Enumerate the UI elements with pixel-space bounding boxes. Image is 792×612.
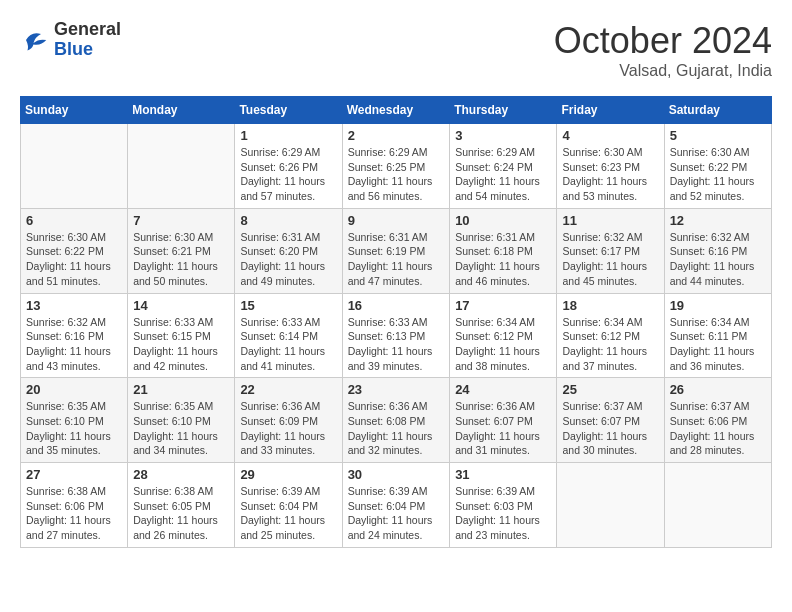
- day-info: Sunrise: 6:38 AM Sunset: 6:06 PM Dayligh…: [26, 484, 122, 543]
- week-row-3: 13Sunrise: 6:32 AM Sunset: 6:16 PM Dayli…: [21, 293, 772, 378]
- calendar-cell: 8Sunrise: 6:31 AM Sunset: 6:20 PM Daylig…: [235, 208, 342, 293]
- header-row: SundayMondayTuesdayWednesdayThursdayFrid…: [21, 97, 772, 124]
- calendar-cell: 30Sunrise: 6:39 AM Sunset: 6:04 PM Dayli…: [342, 463, 450, 548]
- calendar-cell: 3Sunrise: 6:29 AM Sunset: 6:24 PM Daylig…: [450, 124, 557, 209]
- day-info: Sunrise: 6:29 AM Sunset: 6:24 PM Dayligh…: [455, 145, 551, 204]
- day-number: 25: [562, 382, 658, 397]
- calendar-cell: 6Sunrise: 6:30 AM Sunset: 6:22 PM Daylig…: [21, 208, 128, 293]
- day-number: 24: [455, 382, 551, 397]
- week-row-2: 6Sunrise: 6:30 AM Sunset: 6:22 PM Daylig…: [21, 208, 772, 293]
- title-block: October 2024 Valsad, Gujarat, India: [554, 20, 772, 80]
- day-info: Sunrise: 6:29 AM Sunset: 6:26 PM Dayligh…: [240, 145, 336, 204]
- day-info: Sunrise: 6:29 AM Sunset: 6:25 PM Dayligh…: [348, 145, 445, 204]
- calendar-cell: 9Sunrise: 6:31 AM Sunset: 6:19 PM Daylig…: [342, 208, 450, 293]
- day-info: Sunrise: 6:37 AM Sunset: 6:07 PM Dayligh…: [562, 399, 658, 458]
- day-number: 23: [348, 382, 445, 397]
- day-number: 20: [26, 382, 122, 397]
- month-title: October 2024: [554, 20, 772, 62]
- day-number: 31: [455, 467, 551, 482]
- day-header-friday: Friday: [557, 97, 664, 124]
- day-number: 11: [562, 213, 658, 228]
- calendar-cell: 15Sunrise: 6:33 AM Sunset: 6:14 PM Dayli…: [235, 293, 342, 378]
- day-number: 7: [133, 213, 229, 228]
- day-header-tuesday: Tuesday: [235, 97, 342, 124]
- day-number: 21: [133, 382, 229, 397]
- calendar-cell: [21, 124, 128, 209]
- day-info: Sunrise: 6:39 AM Sunset: 6:03 PM Dayligh…: [455, 484, 551, 543]
- calendar-cell: 17Sunrise: 6:34 AM Sunset: 6:12 PM Dayli…: [450, 293, 557, 378]
- calendar-cell: 28Sunrise: 6:38 AM Sunset: 6:05 PM Dayli…: [128, 463, 235, 548]
- location: Valsad, Gujarat, India: [554, 62, 772, 80]
- calendar-cell: 21Sunrise: 6:35 AM Sunset: 6:10 PM Dayli…: [128, 378, 235, 463]
- logo-text: General Blue: [54, 20, 121, 60]
- day-header-monday: Monday: [128, 97, 235, 124]
- day-number: 19: [670, 298, 766, 313]
- calendar-table: SundayMondayTuesdayWednesdayThursdayFrid…: [20, 96, 772, 548]
- day-number: 26: [670, 382, 766, 397]
- calendar-cell: 5Sunrise: 6:30 AM Sunset: 6:22 PM Daylig…: [664, 124, 771, 209]
- page-header: General Blue October 2024 Valsad, Gujara…: [20, 20, 772, 80]
- day-info: Sunrise: 6:37 AM Sunset: 6:06 PM Dayligh…: [670, 399, 766, 458]
- calendar-cell: 14Sunrise: 6:33 AM Sunset: 6:15 PM Dayli…: [128, 293, 235, 378]
- day-info: Sunrise: 6:31 AM Sunset: 6:18 PM Dayligh…: [455, 230, 551, 289]
- calendar-cell: 2Sunrise: 6:29 AM Sunset: 6:25 PM Daylig…: [342, 124, 450, 209]
- week-row-1: 1Sunrise: 6:29 AM Sunset: 6:26 PM Daylig…: [21, 124, 772, 209]
- week-row-4: 20Sunrise: 6:35 AM Sunset: 6:10 PM Dayli…: [21, 378, 772, 463]
- day-number: 14: [133, 298, 229, 313]
- logo-bird-icon: [20, 25, 50, 55]
- logo: General Blue: [20, 20, 121, 60]
- calendar-cell: 7Sunrise: 6:30 AM Sunset: 6:21 PM Daylig…: [128, 208, 235, 293]
- day-info: Sunrise: 6:39 AM Sunset: 6:04 PM Dayligh…: [240, 484, 336, 543]
- day-number: 28: [133, 467, 229, 482]
- day-number: 10: [455, 213, 551, 228]
- day-header-sunday: Sunday: [21, 97, 128, 124]
- calendar-cell: 10Sunrise: 6:31 AM Sunset: 6:18 PM Dayli…: [450, 208, 557, 293]
- day-number: 5: [670, 128, 766, 143]
- calendar-cell: 31Sunrise: 6:39 AM Sunset: 6:03 PM Dayli…: [450, 463, 557, 548]
- day-number: 22: [240, 382, 336, 397]
- calendar-cell: 19Sunrise: 6:34 AM Sunset: 6:11 PM Dayli…: [664, 293, 771, 378]
- day-info: Sunrise: 6:30 AM Sunset: 6:22 PM Dayligh…: [670, 145, 766, 204]
- day-header-saturday: Saturday: [664, 97, 771, 124]
- day-info: Sunrise: 6:34 AM Sunset: 6:11 PM Dayligh…: [670, 315, 766, 374]
- day-info: Sunrise: 6:33 AM Sunset: 6:13 PM Dayligh…: [348, 315, 445, 374]
- day-number: 17: [455, 298, 551, 313]
- day-number: 6: [26, 213, 122, 228]
- day-number: 2: [348, 128, 445, 143]
- calendar-cell: [557, 463, 664, 548]
- week-row-5: 27Sunrise: 6:38 AM Sunset: 6:06 PM Dayli…: [21, 463, 772, 548]
- calendar-cell: 23Sunrise: 6:36 AM Sunset: 6:08 PM Dayli…: [342, 378, 450, 463]
- calendar-cell: 4Sunrise: 6:30 AM Sunset: 6:23 PM Daylig…: [557, 124, 664, 209]
- day-info: Sunrise: 6:35 AM Sunset: 6:10 PM Dayligh…: [133, 399, 229, 458]
- day-number: 8: [240, 213, 336, 228]
- day-number: 27: [26, 467, 122, 482]
- day-info: Sunrise: 6:33 AM Sunset: 6:15 PM Dayligh…: [133, 315, 229, 374]
- calendar-cell: 11Sunrise: 6:32 AM Sunset: 6:17 PM Dayli…: [557, 208, 664, 293]
- calendar-cell: 22Sunrise: 6:36 AM Sunset: 6:09 PM Dayli…: [235, 378, 342, 463]
- day-info: Sunrise: 6:32 AM Sunset: 6:16 PM Dayligh…: [670, 230, 766, 289]
- calendar-cell: 20Sunrise: 6:35 AM Sunset: 6:10 PM Dayli…: [21, 378, 128, 463]
- day-info: Sunrise: 6:30 AM Sunset: 6:21 PM Dayligh…: [133, 230, 229, 289]
- day-number: 13: [26, 298, 122, 313]
- day-info: Sunrise: 6:32 AM Sunset: 6:16 PM Dayligh…: [26, 315, 122, 374]
- day-header-thursday: Thursday: [450, 97, 557, 124]
- calendar-cell: 18Sunrise: 6:34 AM Sunset: 6:12 PM Dayli…: [557, 293, 664, 378]
- day-number: 3: [455, 128, 551, 143]
- day-number: 16: [348, 298, 445, 313]
- day-info: Sunrise: 6:31 AM Sunset: 6:20 PM Dayligh…: [240, 230, 336, 289]
- day-info: Sunrise: 6:36 AM Sunset: 6:09 PM Dayligh…: [240, 399, 336, 458]
- calendar-cell: 27Sunrise: 6:38 AM Sunset: 6:06 PM Dayli…: [21, 463, 128, 548]
- day-info: Sunrise: 6:33 AM Sunset: 6:14 PM Dayligh…: [240, 315, 336, 374]
- day-number: 15: [240, 298, 336, 313]
- day-header-wednesday: Wednesday: [342, 97, 450, 124]
- day-number: 9: [348, 213, 445, 228]
- calendar-cell: 1Sunrise: 6:29 AM Sunset: 6:26 PM Daylig…: [235, 124, 342, 209]
- calendar-cell: [664, 463, 771, 548]
- day-info: Sunrise: 6:34 AM Sunset: 6:12 PM Dayligh…: [455, 315, 551, 374]
- day-info: Sunrise: 6:39 AM Sunset: 6:04 PM Dayligh…: [348, 484, 445, 543]
- day-info: Sunrise: 6:30 AM Sunset: 6:22 PM Dayligh…: [26, 230, 122, 289]
- day-number: 12: [670, 213, 766, 228]
- calendar-cell: 26Sunrise: 6:37 AM Sunset: 6:06 PM Dayli…: [664, 378, 771, 463]
- day-info: Sunrise: 6:30 AM Sunset: 6:23 PM Dayligh…: [562, 145, 658, 204]
- day-number: 1: [240, 128, 336, 143]
